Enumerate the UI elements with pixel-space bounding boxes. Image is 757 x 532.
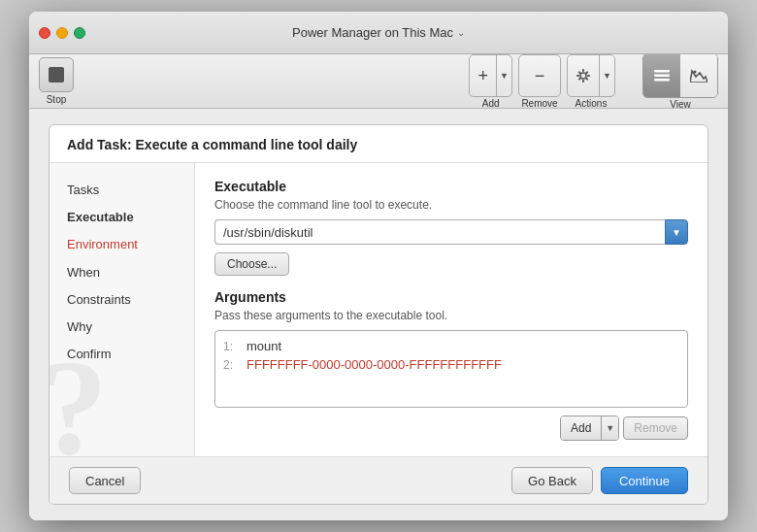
actions-icon-area bbox=[568, 54, 599, 97]
sidebar-item-confirm[interactable]: Confirm bbox=[49, 341, 194, 368]
maximize-button[interactable] bbox=[74, 27, 85, 39]
add-button[interactable]: + ▼ bbox=[469, 54, 512, 97]
view-list-button[interactable] bbox=[643, 54, 680, 97]
window-controls bbox=[39, 27, 85, 39]
svg-rect-1 bbox=[582, 69, 584, 72]
continue-button[interactable]: Continue bbox=[601, 467, 688, 494]
remove-button[interactable]: − bbox=[518, 54, 561, 97]
cancel-button[interactable]: Cancel bbox=[69, 467, 141, 494]
arguments-button-row: Add ▼ Remove bbox=[214, 416, 688, 441]
dialog-header: Add Task: Execute a command line tool da… bbox=[49, 125, 708, 163]
actions-button-group: ▼ Actions bbox=[567, 54, 615, 109]
executable-dropdown-button[interactable]: ▼ bbox=[665, 219, 688, 245]
stop-icon bbox=[49, 67, 64, 83]
arguments-list[interactable]: 1: mount 2: FFFFFFFF-0000-0000-0000-FFFF… bbox=[214, 330, 688, 408]
args-remove-button[interactable]: Remove bbox=[623, 416, 688, 440]
view-buttons-row bbox=[642, 53, 718, 98]
executable-section-desc: Choose the command line tool to execute. bbox=[214, 198, 688, 212]
svg-point-12 bbox=[694, 70, 697, 73]
view-group: View bbox=[642, 53, 718, 110]
svg-rect-11 bbox=[654, 79, 670, 82]
executable-dropdown-icon: ▼ bbox=[672, 227, 681, 238]
remove-label: Remove bbox=[521, 98, 557, 109]
sidebar-item-constraints[interactable]: Constraints bbox=[49, 286, 194, 314]
add-button-group: + ▼ Add bbox=[469, 54, 512, 109]
sidebar-item-when[interactable]: When bbox=[49, 259, 194, 286]
args-line-num-1: 1: bbox=[223, 340, 241, 353]
args-add-dropdown-icon: ▼ bbox=[606, 423, 614, 433]
sidebar-item-executable[interactable]: Executable bbox=[49, 204, 194, 231]
sidebar-item-why[interactable]: Why bbox=[49, 314, 194, 341]
svg-rect-9 bbox=[654, 70, 670, 73]
dialog-main-panel: Executable Choose the command line tool … bbox=[195, 163, 708, 456]
dialog-box: Add Task: Execute a command line tool da… bbox=[49, 124, 708, 505]
dialog-sidebar: Tasks Executable Environment When Constr… bbox=[49, 163, 195, 456]
footer-right: Go Back Continue bbox=[511, 467, 688, 494]
sidebar-item-environment[interactable]: Environment bbox=[49, 231, 194, 258]
dialog-title: Add Task: Execute a command line tool da… bbox=[67, 137, 357, 152]
title-text: Power Manager on This Mac bbox=[292, 25, 453, 40]
arguments-section-title: Arguments bbox=[214, 289, 688, 305]
svg-rect-2 bbox=[582, 80, 584, 83]
view-icon-button[interactable] bbox=[680, 54, 717, 97]
dialog-body: Tasks Executable Environment When Constr… bbox=[49, 163, 708, 456]
stop-label: Stop bbox=[47, 94, 67, 105]
main-window: Power Manager on This Mac ⌄ Stop + ▼ Add bbox=[29, 12, 728, 520]
go-back-button[interactable]: Go Back bbox=[511, 467, 593, 494]
choose-button[interactable]: Choose... bbox=[214, 252, 289, 276]
actions-label: Actions bbox=[576, 98, 608, 109]
view-label: View bbox=[670, 99, 691, 110]
arguments-section: Arguments Pass these arguments to the ex… bbox=[214, 289, 688, 441]
svg-rect-3 bbox=[576, 75, 579, 77]
content-area: Add Task: Execute a command line tool da… bbox=[29, 109, 728, 520]
svg-rect-10 bbox=[654, 74, 670, 77]
args-line-1: 1: mount bbox=[223, 337, 679, 355]
args-line-val-1: mount bbox=[247, 339, 281, 353]
executable-input[interactable] bbox=[214, 219, 665, 245]
icon-view-icon bbox=[690, 69, 708, 83]
args-line-val-2: FFFFFFFF-0000-0000-0000-FFFFFFFFFFFF bbox=[247, 357, 502, 372]
titlebar: Power Manager on This Mac ⌄ bbox=[29, 12, 728, 54]
stop-button[interactable] bbox=[39, 57, 74, 92]
gear-icon bbox=[576, 68, 591, 83]
minimize-button[interactable] bbox=[56, 27, 68, 39]
add-icon: + bbox=[477, 67, 488, 84]
remove-icon: − bbox=[535, 67, 545, 84]
args-line-2: 2: FFFFFFFF-0000-0000-0000-FFFFFFFFFFFF bbox=[223, 355, 679, 374]
actions-dropdown-icon[interactable]: ▼ bbox=[599, 54, 614, 97]
actions-button[interactable]: ▼ bbox=[567, 54, 615, 97]
window-title: Power Manager on This Mac ⌄ bbox=[292, 25, 465, 40]
args-add-button[interactable]: Add bbox=[561, 416, 601, 440]
executable-section-title: Executable bbox=[214, 179, 688, 194]
add-icon-area: + bbox=[470, 54, 496, 97]
add-dropdown-icon[interactable]: ▼ bbox=[496, 54, 511, 97]
toolbar: Stop + ▼ Add − Remove bbox=[29, 54, 728, 109]
args-line-num-2: 2: bbox=[223, 358, 241, 372]
close-button[interactable] bbox=[39, 27, 50, 39]
sidebar-item-tasks[interactable]: Tasks bbox=[49, 177, 194, 204]
add-label: Add bbox=[482, 98, 500, 109]
svg-point-0 bbox=[580, 73, 586, 79]
args-add-group: Add ▼ bbox=[560, 416, 619, 441]
svg-rect-4 bbox=[587, 75, 590, 77]
executable-row: ▼ bbox=[214, 219, 688, 245]
stop-button-wrapper[interactable]: Stop bbox=[39, 57, 74, 105]
title-chevron-icon: ⌄ bbox=[457, 27, 465, 38]
arguments-section-desc: Pass these arguments to the executable t… bbox=[214, 309, 688, 322]
remove-button-group: − Remove bbox=[518, 54, 561, 109]
dialog-footer: Cancel Go Back Continue bbox=[49, 456, 708, 504]
args-add-dropdown-button[interactable]: ▼ bbox=[601, 416, 618, 440]
list-view-icon bbox=[653, 69, 671, 83]
